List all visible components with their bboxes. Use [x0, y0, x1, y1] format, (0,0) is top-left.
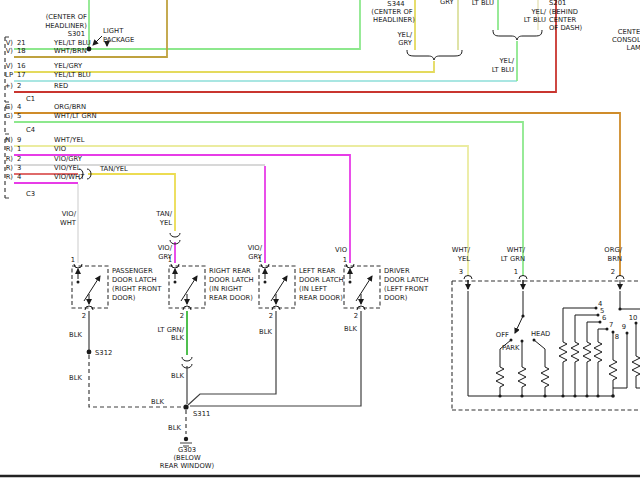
latch-passenger: 1 2 PASSENGER DOOR LATCH (RIGHT FRONT DO…: [71, 256, 162, 320]
pin-stub: V): [6, 62, 14, 70]
sw-contact-links: [500, 340, 545, 364]
s312-label: S312: [95, 349, 112, 357]
pin-number: 2: [17, 155, 21, 163]
latch-name-line1: RIGHT REAR: [209, 267, 251, 275]
sw-pin2-wire2: BRN: [608, 255, 622, 263]
wire-4-org-brn: [14, 113, 620, 276]
resistor-icon: [559, 339, 567, 364]
latch-name-line2: DOOR LATCH: [299, 276, 344, 284]
s201-loc3: OF DASH): [549, 24, 583, 32]
wire-label: VIO: [54, 145, 66, 153]
lt-grn-blk-label2: BLK: [171, 334, 184, 342]
pin-number: 18: [17, 47, 26, 55]
s344-loc2: HEADLINER): [373, 16, 415, 24]
t10-foot: [636, 378, 640, 388]
connector-label-c4: C4: [26, 126, 35, 134]
connector-label-c1: C1: [26, 95, 35, 103]
sw-bus: [468, 291, 613, 396]
sw-pin1-num: 1: [514, 268, 518, 276]
bus-dot: [585, 394, 588, 397]
light-package-label2: PACKAGE: [103, 36, 134, 44]
resistor-icon: [518, 364, 526, 389]
latch-right-rear: 1 2 RIGHT REAR DOOR LATCH (IN RIGHT REAR…: [168, 256, 254, 320]
resistor-icon: [594, 339, 602, 364]
tan-yel-v-label2: YEL: [159, 219, 172, 227]
blk-wire: [188, 311, 276, 405]
wire-label: RED: [54, 82, 68, 90]
bus-dot: [543, 394, 546, 397]
wire-label: ORG/BRN: [54, 103, 86, 111]
s201-left-label: LT BLU: [472, 0, 494, 7]
latch-switch-arm: [84, 276, 100, 301]
pin-number: 1: [17, 145, 21, 153]
s344-brace: [407, 50, 462, 60]
latch-name-line3: (IN RIGHT: [209, 285, 243, 293]
latch-pin2-num: 2: [180, 312, 184, 320]
pin-stub: R): [6, 145, 14, 153]
latch-box: [344, 266, 380, 308]
pin-number: 9: [17, 136, 21, 144]
sw-terminal-9: 9: [622, 323, 626, 331]
s201-brace: [493, 30, 542, 40]
sw-pin1-wire1: WHT/: [507, 246, 526, 254]
wire-label: WHT/YEL: [54, 136, 85, 144]
pin-stub: V): [6, 47, 14, 55]
s312-splice-dot: [87, 350, 92, 355]
s344-left-label2: GRY: [398, 39, 413, 47]
g303-loc2: REAR WINDOW): [160, 462, 215, 470]
wiring-diagram: (CENTER OF HEADLINER) S301 LIGHT PACKAGE…: [0, 0, 640, 480]
console-line1: CENTER: [618, 28, 640, 36]
sw-pin3-wire1: WHT/: [452, 246, 471, 254]
bus-dot: [596, 394, 599, 397]
s201-out-label2: LT BLU: [492, 66, 514, 74]
latch-contact-dot: [77, 281, 80, 284]
latch-name-line3: (LEFT FRONT: [384, 285, 429, 293]
latch-contact-dot: [174, 281, 177, 284]
pin-stub: R): [6, 164, 14, 172]
s344-name: S344: [387, 0, 404, 8]
wire-label: WHT/LT GRN: [54, 112, 97, 120]
splice-s344: S344 (CENTER OF HEADLINER) YEL/ GRY GRY: [371, 0, 462, 60]
ground-icon: [184, 437, 188, 441]
s344-left-label1: YEL/: [396, 31, 412, 39]
s311-splice-dot: [183, 404, 188, 409]
wire-2-red: [14, 0, 556, 92]
wire-label: VIO/GRY: [54, 155, 83, 163]
latch-pin1-num: 1: [343, 256, 347, 264]
headlamp-switch: WHT/ YEL WHT/ LT GRN ORG/ BRN 3 1 2 OFF …: [452, 246, 640, 410]
vio-wht-label1: VIO/: [62, 210, 77, 218]
pin-number: 4: [17, 103, 21, 111]
s201-loc1: (BEHIND: [549, 8, 578, 16]
pin-number: 2: [17, 82, 21, 90]
sw-pin1-wire2: LT GRN: [501, 255, 525, 263]
latch-name-line4: REAR DOOR): [299, 294, 343, 302]
bus-dot: [498, 394, 501, 397]
sw-pin3-num: 3: [459, 268, 463, 276]
vio-label: VIO: [335, 246, 347, 254]
blk-dashed-wire: [89, 355, 182, 407]
latch-pin2-num: 2: [82, 312, 86, 320]
pin-stub: R): [6, 173, 14, 181]
bus-dot: [561, 394, 564, 397]
blk-label: BLK: [151, 398, 164, 406]
pin-number: 4: [17, 173, 21, 181]
blk-label: BLK: [69, 331, 82, 339]
latch-name-line4: REAR DOOR): [209, 294, 253, 302]
bus-dot: [573, 394, 576, 397]
blk-label: BLK: [168, 424, 181, 432]
sw-pin2-num: 2: [611, 268, 615, 276]
latch-pin2-num: 2: [269, 312, 273, 320]
s301-name: S301: [68, 30, 85, 38]
bus-dot: [520, 394, 523, 397]
sw-pin2-branch: [620, 291, 640, 309]
wire-label: VIO/YEL: [54, 164, 81, 172]
wire-label: YEL/LT BLU: [53, 71, 91, 79]
pin-number: 5: [17, 112, 21, 120]
splice-s201: LT BLU YEL/ LT BLU S201 (BEHIND CENTER O…: [472, 0, 583, 74]
latch-name-line1: PASSENGER: [112, 267, 153, 275]
sw-terminal-7: 7: [609, 321, 613, 329]
vio-gry-label-a1: VIO/: [158, 244, 173, 252]
latch-box: [72, 266, 108, 308]
resistor-feet: [563, 364, 598, 396]
s344-loc1: (CENTER OF: [371, 8, 412, 16]
